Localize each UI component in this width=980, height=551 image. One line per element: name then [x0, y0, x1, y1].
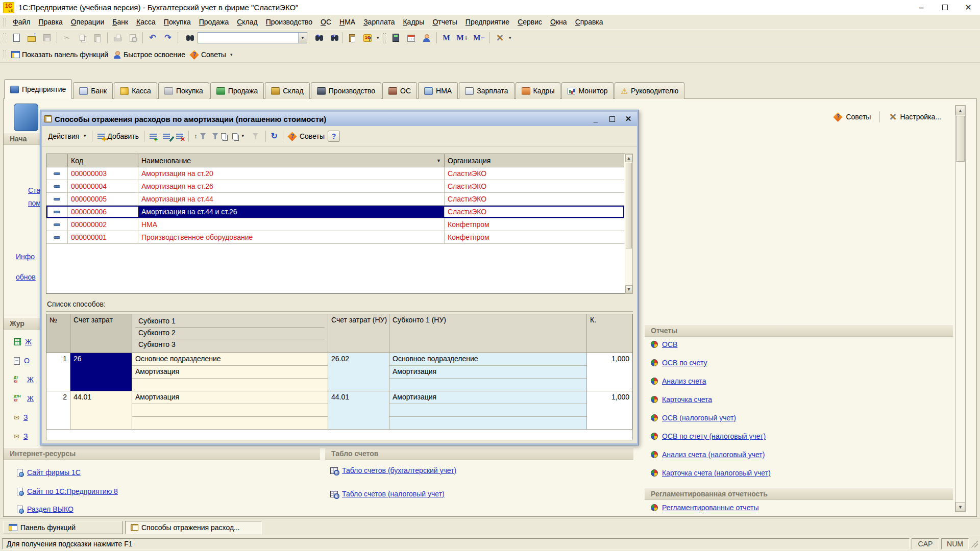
1c-help-button[interactable]: [360, 31, 375, 44]
scroll-thumb[interactable]: [956, 116, 965, 162]
menu-operations[interactable]: Операции: [67, 16, 109, 29]
dialog-maximize-button[interactable]: [605, 113, 619, 124]
link-regulated-reports[interactable]: Регламентированные отчеты: [651, 504, 758, 511]
menu-warehouse[interactable]: Склад: [233, 16, 262, 29]
link-osv-account-nu[interactable]: ОСВ по счету (налоговый учет): [651, 432, 766, 440]
paste-button[interactable]: [90, 31, 105, 44]
tab-monitor[interactable]: Монитор: [561, 82, 614, 99]
new-document-button[interactable]: [9, 31, 23, 44]
scroll-up-arrow[interactable]: ▲: [955, 106, 965, 115]
save-button[interactable]: [40, 31, 54, 44]
subconto-nu-column-header[interactable]: Субконто 1 (НУ): [389, 314, 587, 353]
operations-link[interactable]: О: [14, 357, 30, 365]
tab-production[interactable]: Производство: [311, 82, 381, 99]
subconto-nu-cell-group[interactable]: Амортизация: [389, 391, 587, 430]
toolbar-grip[interactable]: [4, 18, 6, 27]
marker-column-header[interactable]: [46, 154, 68, 167]
subconto-cell-group[interactable]: Основное подразделение Амортизация: [132, 353, 328, 391]
menu-purchase[interactable]: Покупка: [160, 16, 195, 29]
account-cell-selected[interactable]: 26: [70, 353, 132, 391]
show-function-panel-button[interactable]: Показать панель функций: [9, 48, 110, 61]
calculator-button[interactable]: [389, 31, 403, 44]
ways-row[interactable]: 1 26 Основное подразделение Амортизация …: [46, 353, 632, 391]
k-cell[interactable]: 1,000: [587, 353, 632, 391]
link-partial[interactable]: Раздел ВЫКО: [17, 505, 74, 513]
menu-help[interactable]: Справка: [571, 16, 607, 29]
dialog-minimize-button[interactable]: _: [589, 113, 602, 124]
dialog-help-button[interactable]: ?: [328, 131, 340, 142]
link-osv[interactable]: ОСВ: [651, 340, 677, 348]
tab-sale[interactable]: Продажа: [210, 82, 264, 99]
print-preview-button[interactable]: [126, 31, 140, 44]
memory-add-button[interactable]: М+: [455, 31, 471, 44]
menu-hr[interactable]: Кадры: [399, 16, 428, 29]
ways-row[interactable]: 2 44.01 Амортизация 44.01 Амортизация 1,…: [46, 391, 632, 430]
subconto-nu-cell-group[interactable]: Основное подразделение Амортизация: [389, 353, 587, 391]
add-copy-button[interactable]: ＋: [146, 129, 160, 143]
num-column-header[interactable]: №: [46, 314, 70, 353]
tab-enterprise[interactable]: Предприятие: [4, 79, 72, 99]
table-row[interactable]: 000000003 Амортизация на ст.20 СластиЭКО: [46, 167, 624, 180]
tab-hr[interactable]: Кадры: [516, 82, 561, 99]
sort-button[interactable]: ↕: [191, 129, 209, 143]
panel-settings-button[interactable]: Настройка...: [885, 111, 945, 123]
toolbar-overflow-button[interactable]: ▾: [507, 35, 513, 40]
link-account-card-nu[interactable]: Карточка счета (налоговый учет): [651, 469, 771, 477]
menu-os[interactable]: ОС: [316, 16, 335, 29]
link-tablo-bu[interactable]: Табло счетов (бухгалтерский учет): [330, 466, 456, 474]
link-account-analysis[interactable]: Анализ счета: [651, 377, 706, 385]
scroll-up-arrow[interactable]: ▲: [625, 154, 632, 162]
k-column-header[interactable]: К.: [587, 314, 632, 353]
tips-button[interactable]: Советы: [188, 48, 228, 61]
delete-button[interactable]: ✕: [173, 129, 186, 143]
toolbar-grip[interactable]: [4, 33, 6, 42]
postings-journal-nu-link[interactable]: ДтНКтЖ: [14, 394, 34, 403]
scroll-down-arrow[interactable]: ▼: [955, 502, 965, 512]
link-tablo-nu[interactable]: Табло счетов (налоговый учет): [330, 490, 445, 498]
redo-button[interactable]: ↷: [161, 31, 175, 44]
account-cell[interactable]: 44.01: [70, 391, 132, 430]
code-column-header[interactable]: Код: [68, 154, 138, 167]
taskbar-function-panel-button[interactable]: Панель функций: [3, 521, 123, 534]
tab-nma[interactable]: НМА: [418, 82, 458, 99]
tasks-link[interactable]: ✉З: [14, 413, 28, 421]
account-nu-cell[interactable]: 44.01: [328, 391, 389, 430]
undo-button[interactable]: ↶: [145, 31, 160, 44]
clipped-link[interactable]: Инфо: [16, 253, 35, 261]
tab-os[interactable]: ОС: [382, 82, 417, 99]
service-settings-button[interactable]: [493, 31, 507, 44]
tab-warehouse[interactable]: Склад: [265, 82, 310, 99]
combobox-dropdown-button[interactable]: ▼: [298, 33, 307, 43]
find-button[interactable]: [181, 31, 195, 44]
panel-tips-button[interactable]: Советы: [830, 111, 874, 123]
table-row[interactable]: 000000001 Производственное оборудование …: [46, 231, 624, 244]
resize-grip[interactable]: [971, 540, 978, 547]
toolbar-overflow-button[interactable]: ▾: [375, 35, 381, 40]
table-row[interactable]: 000000002 НМА Конфетпром: [46, 218, 624, 231]
org-column-header[interactable]: Организация: [445, 154, 624, 167]
scroll-track[interactable]: [625, 249, 632, 285]
journal-link[interactable]: Ж: [14, 338, 32, 346]
clear-filter-button[interactable]: [249, 129, 263, 143]
toolbar-grip[interactable]: [383, 33, 386, 42]
tab-purchase[interactable]: Покупка: [158, 82, 209, 99]
window-minimize-button[interactable]: –: [910, 0, 933, 15]
menu-salary[interactable]: Зарплата: [359, 16, 399, 29]
menu-file[interactable]: Файл: [9, 16, 34, 29]
filter-settings-button[interactable]: [209, 129, 229, 143]
postings-journal-link[interactable]: ДтКтЖ: [14, 375, 34, 384]
find-previous-button[interactable]: ↶: [325, 31, 339, 44]
filter-by-value-button[interactable]: ▼: [229, 129, 248, 143]
tasks-link-2[interactable]: ✉З: [14, 432, 28, 440]
search-combobox[interactable]: ▼: [198, 32, 307, 43]
menu-cash[interactable]: Касса: [132, 16, 160, 29]
scroll-thumb[interactable]: [626, 163, 632, 248]
quick-start-button[interactable]: Быстрое освоение: [111, 48, 187, 61]
panel-scrollbar[interactable]: ▲ ▼: [955, 105, 966, 512]
link-account-analysis-nu[interactable]: Анализ счета (налоговый учет): [651, 450, 765, 459]
table-row-selected[interactable]: 000000006 Амортизация на ст.44 и ст.26 С…: [46, 206, 624, 218]
copy-button[interactable]: [75, 31, 89, 44]
menu-enterprise[interactable]: Предприятие: [461, 16, 513, 29]
link-1c-site[interactable]: Сайт фирмы 1С: [17, 468, 81, 477]
scroll-down-arrow[interactable]: ▼: [625, 285, 632, 293]
